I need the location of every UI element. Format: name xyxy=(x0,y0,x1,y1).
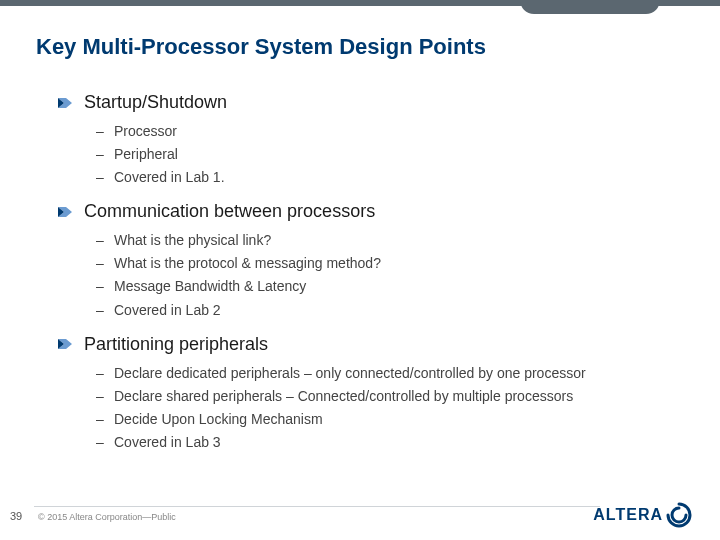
list-item: What is the protocol & messaging method? xyxy=(96,252,690,275)
copyright-text: © 2015 Altera Corporation—Public xyxy=(38,512,176,522)
list-item: Processor xyxy=(96,120,690,143)
logo-swirl-icon xyxy=(666,502,692,528)
list-item: Peripheral xyxy=(96,143,690,166)
list-item: Covered in Lab 2 xyxy=(96,299,690,322)
bullet-icon xyxy=(58,337,76,351)
logo-text: ALTERA xyxy=(593,506,663,524)
page-number: 39 xyxy=(10,510,22,522)
sub-list: Declare dedicated peripherals – only con… xyxy=(96,362,690,454)
altera-logo: ALTERA xyxy=(593,502,692,528)
list-item: Covered in Lab 1. xyxy=(96,166,690,189)
bullet-icon xyxy=(58,205,76,219)
section-label: Communication between processors xyxy=(84,201,375,222)
content-area: Startup/Shutdown Processor Peripheral Co… xyxy=(58,92,690,466)
top-bar-accent xyxy=(520,0,660,14)
section-label: Startup/Shutdown xyxy=(84,92,227,113)
section-heading: Startup/Shutdown xyxy=(58,92,690,113)
list-item: Declare dedicated peripherals – only con… xyxy=(96,362,690,385)
section-label: Partitioning peripherals xyxy=(84,334,268,355)
bullet-icon xyxy=(58,96,76,110)
slide: Key Multi-Processor System Design Points… xyxy=(0,0,720,540)
sub-list: What is the physical link? What is the p… xyxy=(96,229,690,321)
section-startup: Startup/Shutdown Processor Peripheral Co… xyxy=(58,92,690,189)
section-communication: Communication between processors What is… xyxy=(58,201,690,321)
sub-list: Processor Peripheral Covered in Lab 1. xyxy=(96,120,690,189)
list-item: Decide Upon Locking Mechanism xyxy=(96,408,690,431)
section-partitioning: Partitioning peripherals Declare dedicat… xyxy=(58,334,690,454)
slide-title: Key Multi-Processor System Design Points xyxy=(36,34,486,60)
list-item: Message Bandwidth & Latency xyxy=(96,275,690,298)
divider xyxy=(34,506,600,507)
section-heading: Communication between processors xyxy=(58,201,690,222)
list-item: What is the physical link? xyxy=(96,229,690,252)
list-item: Covered in Lab 3 xyxy=(96,431,690,454)
section-heading: Partitioning peripherals xyxy=(58,334,690,355)
list-item: Declare shared peripherals – Connected/c… xyxy=(96,385,690,408)
